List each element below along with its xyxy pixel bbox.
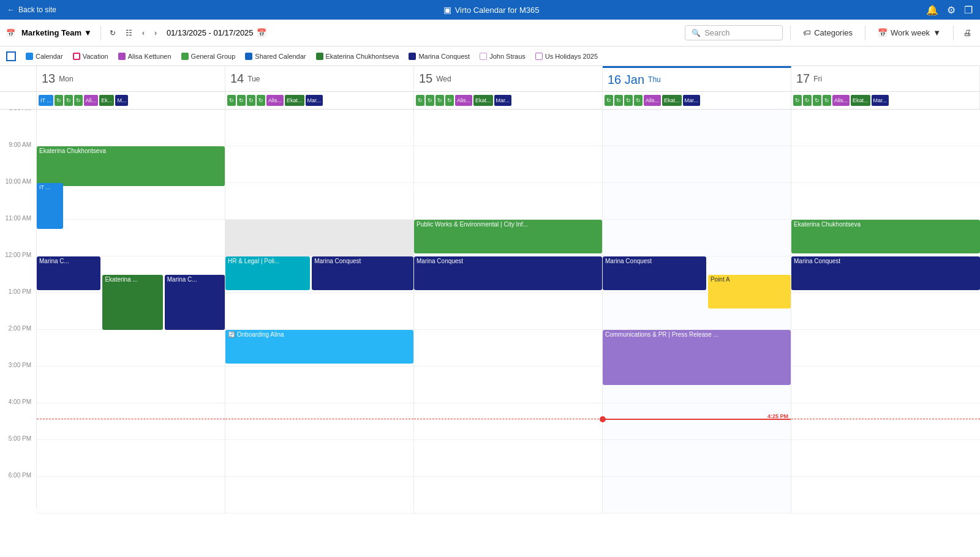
allday-fri: ↻ ↻ ↻ ↻ Alis... Ekat... Mar...: [791, 92, 980, 109]
day-column-wed: Public Works & Environmental | City Inf.…: [414, 110, 603, 514]
day-header-mon: 13 Mon: [37, 66, 225, 91]
days-grid: Ekaterina Chukhontseva Marina C... Ekate…: [37, 110, 980, 514]
chip-thu-1[interactable]: ↻: [605, 95, 613, 106]
workweek-icon: 📅: [878, 28, 888, 37]
calendar-body: 8:00 AM 9:00 AM 10:00 AM 11:00 AM 12:00 …: [0, 110, 980, 514]
legend-john: John Straus: [480, 53, 526, 60]
chip-wed-1[interactable]: ↻: [416, 95, 424, 106]
calendar-scroll[interactable]: 8:00 AM 9:00 AM 10:00 AM 11:00 AM 12:00 …: [0, 110, 980, 557]
workweek-button[interactable]: 📅 Work week ▼: [873, 26, 946, 40]
chip-fri-ek[interactable]: Ekat...: [851, 95, 870, 106]
chip-mon-3[interactable]: ↻: [74, 95, 83, 106]
time-label-5pm: 5:00 PM: [0, 435, 37, 472]
event-wed-marina[interactable]: Marina Conquest: [414, 256, 602, 290]
legend-alisa: Alisa Kettunen: [118, 53, 172, 60]
event-mon-marina-12pm[interactable]: Marina C...: [37, 256, 100, 290]
chip-fri-2[interactable]: ↻: [803, 95, 812, 106]
back-arrow-icon[interactable]: ←: [7, 6, 15, 14]
event-tue-onboarding[interactable]: 🔄 Onboarding Alina: [225, 330, 413, 364]
chip-mon-ek[interactable]: Ek...: [99, 95, 114, 106]
event-mon-it[interactable]: IT ...: [37, 183, 63, 229]
categories-label: Categories: [814, 28, 853, 37]
legend-holidays: Us Holidays 2025: [535, 53, 598, 60]
chip-wed-2[interactable]: ↻: [426, 95, 434, 106]
chip-fri-mar[interactable]: Mar...: [872, 95, 889, 106]
bell-icon[interactable]: 🔔: [926, 4, 938, 16]
search-icon: 🔍: [692, 29, 701, 37]
time-label-8am: 8:00 AM: [0, 110, 37, 141]
event-thu-pointa[interactable]: Point A: [708, 275, 791, 308]
allday-gutter: [0, 92, 37, 109]
day-header-wed: 15 Wed: [414, 66, 603, 91]
chip-fri-4[interactable]: ↻: [823, 95, 831, 106]
day-headers: 13 Mon 14 Tue 15 Wed 16 Jan Thu 17 Fri: [0, 66, 980, 92]
allday-thu: ↻ ↻ ↻ ↻ Alis... Ekat... Mar...: [603, 92, 791, 109]
chip-wed-3[interactable]: ↻: [435, 95, 444, 106]
chip-fri-ali[interactable]: Alis...: [832, 95, 850, 106]
chip-thu-2[interactable]: ↻: [614, 95, 623, 106]
chip-thu-4[interactable]: ↻: [634, 95, 643, 106]
chip-mon-1[interactable]: ↻: [55, 95, 63, 106]
chip-mon-mar[interactable]: M...: [115, 95, 128, 106]
chip-it[interactable]: IT ...: [39, 95, 53, 106]
time-label-4pm: 4:00 PM: [0, 398, 37, 435]
event-mon-ekaterina-12pm[interactable]: Ekaterina ...: [102, 275, 162, 330]
event-fri-marina[interactable]: Marina Conquest: [791, 256, 980, 290]
day-header-thu: 16 Jan Thu: [603, 66, 791, 91]
time-line-wed: [414, 419, 602, 419]
chip-mon-ali[interactable]: Ali...: [84, 95, 99, 106]
event-tue-hr[interactable]: HR & Legal | Poli...: [225, 256, 310, 290]
event-wed-publicworks[interactable]: Public Works & Environmental | City Inf.…: [414, 220, 602, 253]
tentative-tue: [225, 220, 413, 256]
time-line-fri: [791, 419, 980, 419]
event-mon-marina-12pm-2[interactable]: Marina C...: [165, 275, 225, 330]
event-mon-ekaterina-9am[interactable]: Ekaterina Chukhontseva: [37, 146, 225, 186]
categories-button[interactable]: 🏷 Categories: [798, 26, 858, 40]
print-button[interactable]: 🖨: [961, 26, 974, 40]
next-button[interactable]: ›: [151, 26, 160, 40]
event-tue-marina[interactable]: Marina Conquest: [312, 256, 413, 290]
chip-thu-3[interactable]: ↻: [624, 95, 633, 106]
prev-button[interactable]: ‹: [138, 26, 148, 40]
allday-row: IT ... ↻ ↻ ↻ Ali... Ek... M... ↻ ↻ ↻ ↻ A…: [0, 92, 980, 110]
app-title: Virto Calendar for M365: [455, 6, 540, 15]
chip-tue-4[interactable]: ↻: [257, 95, 265, 106]
team-selector[interactable]: Marketing Team ▼: [18, 26, 96, 40]
chip-tue-ek[interactable]: Ekat...: [285, 95, 304, 106]
event-thu-marina[interactable]: Marina Conquest: [603, 256, 706, 290]
time-label-2pm: 2:00 PM: [0, 325, 37, 362]
chip-wed-4[interactable]: ↻: [445, 95, 454, 106]
chip-tue-3[interactable]: ↻: [247, 95, 255, 106]
chip-thu-ali[interactable]: Alis...: [644, 95, 661, 106]
chip-tue-mar[interactable]: Mar...: [306, 95, 323, 106]
chip-thu-mar[interactable]: Mar...: [683, 95, 701, 106]
chip-fri-1[interactable]: ↻: [793, 95, 802, 106]
back-to-site-link[interactable]: Back to site: [18, 6, 56, 14]
time-dot: [600, 416, 606, 422]
workweek-dropdown-icon: ▼: [933, 28, 941, 37]
chip-fri-3[interactable]: ↻: [813, 95, 821, 106]
event-fri-ekaterina[interactable]: Ekaterina Chukhontseva: [791, 220, 980, 253]
categories-icon: 🏷: [803, 28, 811, 37]
view-toggle-button[interactable]: ☷: [122, 26, 136, 40]
settings-icon[interactable]: ⚙: [947, 4, 956, 16]
chip-thu-ek[interactable]: Ekat...: [662, 95, 682, 106]
chip-wed-ek[interactable]: Ekat...: [473, 95, 493, 106]
chip-mon-2[interactable]: ↻: [64, 95, 73, 106]
time-label-12pm: 12:00 PM: [0, 252, 37, 288]
legend-bar: Calendar Vacation Alisa Kettunen General…: [0, 47, 980, 66]
maximize-icon[interactable]: ❐: [964, 4, 973, 16]
today-indicator: [6, 51, 16, 61]
chip-tue-2[interactable]: ↻: [237, 95, 246, 106]
search-box[interactable]: 🔍 Search: [685, 25, 783, 40]
event-thu-comms[interactable]: Communications & PR | Press Release ...: [603, 330, 791, 385]
chip-tue-ali[interactable]: Alis...: [266, 95, 284, 106]
refresh-button[interactable]: ↻: [106, 26, 119, 40]
chip-wed-mar[interactable]: Mar...: [494, 95, 512, 106]
chip-wed-ali[interactable]: Alis...: [455, 95, 472, 106]
chip-tue-1[interactable]: ↻: [227, 95, 236, 106]
date-range[interactable]: 01/13/2025 - 01/17/2025 📅: [163, 26, 270, 40]
day-column-mon: Ekaterina Chukhontseva Marina C... Ekate…: [37, 110, 225, 514]
legend-shared: Shared Calendar: [245, 53, 306, 60]
legend-ekaterina: Ekaterina Chukhontseva: [316, 53, 399, 60]
